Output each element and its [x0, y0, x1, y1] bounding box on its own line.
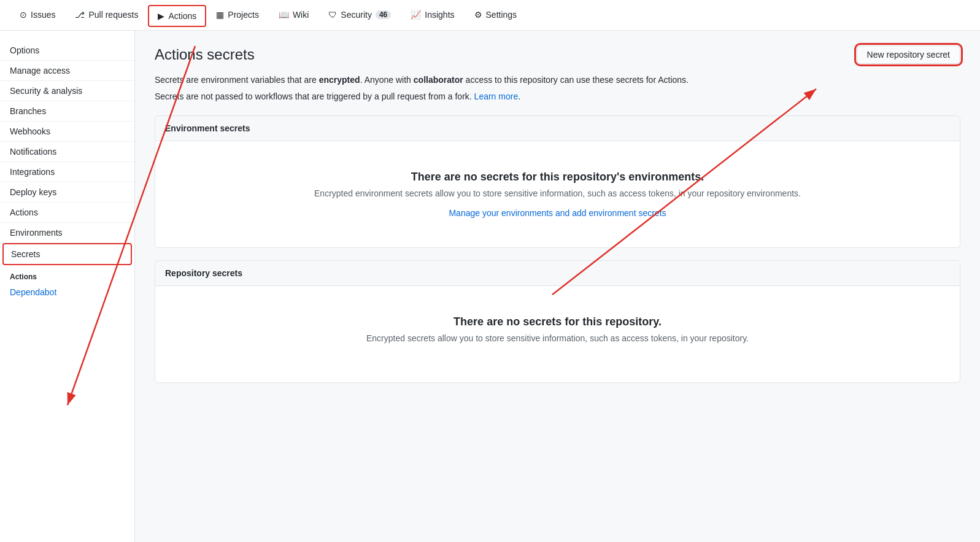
sidebar-item-deploy-keys[interactable]: Deploy keys [0, 182, 134, 203]
sidebar-link-dependabot[interactable]: Dependabot [0, 284, 134, 301]
manage-environments-link[interactable]: Manage your environments and add environ… [449, 208, 666, 218]
sidebar-item-integrations[interactable]: Integrations [0, 162, 134, 182]
description-line1: Secrets are environment variables that a… [155, 74, 960, 87]
nav-actions[interactable]: ▶ Actions [148, 5, 206, 27]
env-secrets-section: Environment secrets There are no secrets… [155, 115, 960, 248]
security-icon: 🛡 [328, 10, 337, 20]
nav-wiki-label: Wiki [293, 10, 309, 20]
sidebar-item-webhooks[interactable]: Webhooks [0, 122, 134, 142]
page-title: Actions secrets [155, 46, 255, 63]
security-badge: 46 [376, 10, 391, 19]
new-repository-secret-button[interactable]: New repository secret [857, 45, 960, 64]
sidebar-item-manage-access[interactable]: Manage access [0, 61, 134, 81]
sidebar-item-environments[interactable]: Environments [0, 223, 134, 243]
layout: Options Manage access Security & analysi… [0, 31, 980, 542]
repo-secrets-empty-title: There are no secrets for this repository… [170, 316, 945, 328]
issues-icon: ⊙ [20, 10, 27, 20]
main-header: Actions secrets New repository secret [155, 45, 960, 64]
top-nav: ⊙ Issues ⎇ Pull requests ▶ Actions ▦ Pro… [0, 0, 980, 31]
nav-pull-requests[interactable]: ⎇ Pull requests [65, 2, 148, 28]
settings-icon: ⚙ [474, 10, 482, 20]
nav-settings-label: Settings [486, 10, 517, 20]
wiki-icon: 📖 [279, 10, 289, 20]
description-line2: Secrets are not passed to workflows that… [155, 90, 960, 103]
sidebar-subsection-actions-label: Actions [0, 265, 134, 284]
env-secrets-body: There are no secrets for this repository… [155, 141, 960, 247]
sidebar-item-security-analysis[interactable]: Security & analysis [0, 81, 134, 101]
nav-security[interactable]: 🛡 Security 46 [318, 2, 401, 28]
nav-insights[interactable]: 📈 Insights [401, 2, 464, 28]
env-secrets-empty-title: There are no secrets for this repository… [170, 171, 945, 184]
main-content: Actions secrets New repository secret Se… [135, 31, 980, 542]
actions-nav-icon: ▶ [158, 11, 164, 21]
repo-secrets-section: Repository secrets There are no secrets … [155, 260, 960, 383]
learn-more-link[interactable]: Learn more [474, 91, 519, 101]
nav-pull-requests-label: Pull requests [88, 10, 138, 20]
sidebar: Options Manage access Security & analysi… [0, 31, 135, 542]
nav-settings[interactable]: ⚙ Settings [465, 2, 527, 28]
repo-secrets-empty-desc: Encrypted secrets allow you to store sen… [170, 333, 945, 343]
nav-insights-label: Insights [425, 10, 454, 20]
sidebar-item-options[interactable]: Options [0, 41, 134, 61]
projects-icon: ▦ [216, 10, 224, 20]
nav-actions-label: Actions [168, 11, 196, 21]
nav-projects-label: Projects [228, 10, 259, 20]
nav-issues-label: Issues [31, 10, 55, 20]
repo-secrets-header: Repository secrets [155, 261, 960, 286]
sidebar-item-secrets[interactable]: Secrets [2, 243, 132, 265]
insights-icon: 📈 [411, 10, 421, 20]
sidebar-item-actions[interactable]: Actions [0, 203, 134, 223]
nav-issues[interactable]: ⊙ Issues [10, 2, 65, 28]
sidebar-item-notifications[interactable]: Notifications [0, 142, 134, 162]
nav-projects[interactable]: ▦ Projects [206, 2, 269, 28]
env-secrets-header: Environment secrets [155, 116, 960, 141]
env-secrets-empty-desc: Encrypted environment secrets allow you … [170, 188, 945, 198]
pull-requests-icon: ⎇ [75, 10, 85, 20]
repo-secrets-body: There are no secrets for this repository… [155, 286, 960, 382]
sidebar-item-branches[interactable]: Branches [0, 101, 134, 122]
nav-security-label: Security [341, 10, 372, 20]
nav-wiki[interactable]: 📖 Wiki [269, 2, 318, 28]
